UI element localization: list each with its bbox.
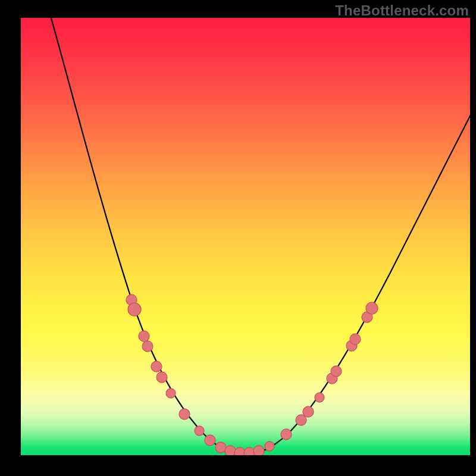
curve-bead <box>215 442 226 453</box>
curve-bead <box>315 393 324 402</box>
curve-bead <box>195 426 204 436</box>
curve-bead <box>244 447 255 455</box>
bottleneck-curve <box>49 18 470 454</box>
plot-area <box>21 18 470 455</box>
curve-bead <box>366 302 378 314</box>
curve-bead <box>166 389 176 398</box>
curve-bead <box>156 372 167 383</box>
curve-bead <box>128 303 141 316</box>
curve-layer <box>21 18 470 455</box>
curve-bead <box>139 331 149 342</box>
curve-bead <box>303 406 314 417</box>
curve-bead <box>281 429 292 440</box>
chart-frame: TheBottleneck.com <box>0 0 476 476</box>
curve-bead <box>253 446 264 455</box>
curve-bead <box>151 361 162 372</box>
curve-bead <box>142 341 153 352</box>
curve-bead <box>205 435 215 446</box>
watermark-text: TheBottleneck.com <box>335 2 469 19</box>
curve-bead <box>234 447 245 455</box>
curve-bead <box>350 334 361 345</box>
curve-bead <box>331 366 342 377</box>
curve-bead <box>225 446 236 455</box>
curve-beads-group <box>126 295 378 455</box>
curve-bead <box>179 409 190 419</box>
curve-bead <box>265 441 274 451</box>
